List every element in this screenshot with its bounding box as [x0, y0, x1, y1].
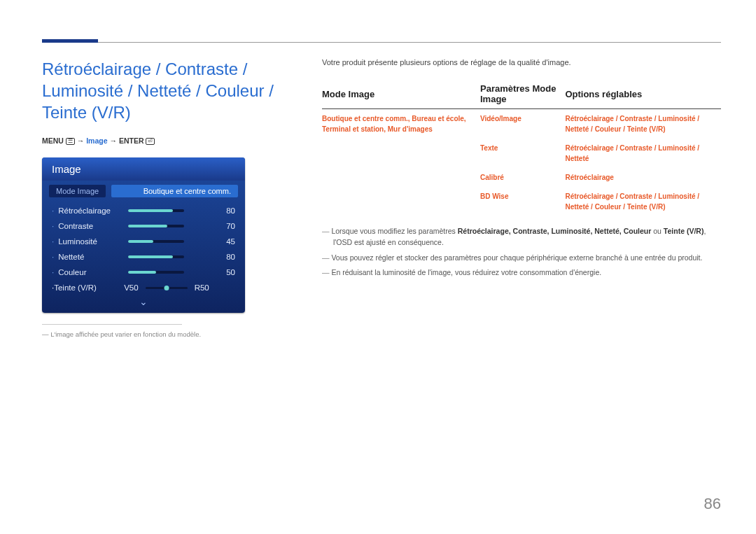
- footnote: L'image affichée peut varier en fonction…: [42, 330, 280, 338]
- bullet-icon: ·: [52, 222, 54, 230]
- cell-params: Calibré: [480, 168, 565, 187]
- slider-label: Rétroéclairage: [58, 206, 128, 215]
- table-row: CalibréRétroéclairage: [322, 168, 721, 187]
- page-number: 86: [704, 495, 721, 513]
- osd-row[interactable]: ·Couleur50: [42, 265, 245, 280]
- menu-icon: ☰: [66, 138, 75, 146]
- tint-slider[interactable]: [146, 287, 188, 289]
- breadcrumb: MENU ☰ → Image → ENTER ⏎: [42, 136, 280, 146]
- cell-params: Texte: [480, 139, 565, 168]
- bullet-icon: ·: [52, 237, 54, 246]
- slider-value: 80: [214, 206, 235, 215]
- osd-title: Image: [42, 157, 245, 181]
- notes-list: Lorsque vous modifiez les paramètres Rét…: [322, 226, 721, 279]
- note-2: Vous pouvez régler et stocker des paramè…: [322, 253, 721, 264]
- osd-row[interactable]: ·Contraste70: [42, 218, 245, 234]
- slider-label: Couleur: [58, 268, 128, 276]
- slider-value: 45: [214, 237, 235, 246]
- th-params: Paramètres Mode Image: [480, 80, 565, 109]
- bullet-icon: ·: [52, 206, 54, 215]
- intro-text: Votre produit présente plusieurs options…: [322, 58, 721, 66]
- osd-row[interactable]: ·Netteté80: [42, 249, 245, 265]
- chevron-down-icon[interactable]: ⌄: [42, 295, 245, 313]
- bullet-icon: ·: [52, 253, 54, 261]
- slider-label: Netteté: [58, 253, 128, 261]
- slider-value: 70: [214, 222, 235, 230]
- cell-mode: [322, 187, 480, 216]
- table-row: BD WiseRétroéclairage / Contraste / Lumi…: [322, 187, 721, 216]
- arrow: →: [77, 136, 85, 145]
- bullet-icon: ·: [52, 268, 54, 276]
- cell-mode: [322, 168, 480, 187]
- mode-image-label[interactable]: Mode Image: [49, 185, 106, 197]
- cell-options: Rétroéclairage / Contraste / Luminosité …: [565, 139, 721, 168]
- slider-value: 50: [214, 268, 235, 276]
- enter-icon: ⏎: [146, 138, 155, 146]
- breadcrumb-image: Image: [86, 136, 107, 145]
- osd-row[interactable]: ·Luminosité45: [42, 234, 245, 249]
- table-row: TexteRétroéclairage / Contraste / Lumino…: [322, 139, 721, 168]
- th-mode: Mode Image: [322, 80, 480, 109]
- tint-label: Teinte (V/R): [54, 283, 124, 292]
- cell-mode: [322, 139, 480, 168]
- cell-options: Rétroéclairage: [565, 168, 721, 187]
- slider-track[interactable]: [128, 209, 184, 212]
- tint-left: V50: [124, 283, 138, 292]
- slider-value: 80: [214, 253, 235, 261]
- cell-params: BD Wise: [480, 187, 565, 216]
- note-3: En réduisant la luminosité de l'image, v…: [322, 267, 721, 279]
- arrow: →: [109, 136, 117, 145]
- enter-label: ENTER: [119, 136, 144, 145]
- page-title: Rétroéclairage / Contraste / Luminosité …: [42, 58, 280, 124]
- table-row: Boutique et centre comm., Bureau et écol…: [322, 109, 721, 139]
- cell-options: Rétroéclairage / Contraste / Luminosité …: [565, 109, 721, 139]
- cell-options: Rétroéclairage / Contraste / Luminosité …: [565, 187, 721, 216]
- tint-right: R50: [195, 283, 209, 292]
- slider-track[interactable]: [128, 240, 184, 243]
- cell-params: Vidéo/Image: [480, 109, 565, 139]
- osd-row-tint[interactable]: · Teinte (V/R) V50 R50: [42, 280, 245, 295]
- th-options: Options réglables: [565, 80, 721, 109]
- accent-bar: [42, 39, 98, 43]
- osd-panel: Image Mode Image Boutique et centre comm…: [42, 157, 245, 313]
- note-1: Lorsque vous modifiez les paramètres Rét…: [322, 226, 721, 248]
- osd-row[interactable]: ·Rétroéclairage80: [42, 203, 245, 218]
- options-table: Mode Image Paramètres Mode Image Options…: [322, 80, 721, 216]
- divider: [42, 324, 182, 325]
- slider-label: Contraste: [58, 222, 128, 230]
- slider-track[interactable]: [128, 255, 184, 258]
- mode-image-value[interactable]: Boutique et centre comm.: [111, 185, 238, 197]
- menu-label: MENU: [42, 136, 64, 145]
- slider-track[interactable]: [128, 225, 184, 227]
- cell-mode: Boutique et centre comm., Bureau et écol…: [322, 109, 480, 139]
- slider-track[interactable]: [128, 271, 184, 274]
- osd-mode-row: Mode Image Boutique et centre comm.: [42, 181, 245, 203]
- slider-label: Luminosité: [58, 237, 128, 246]
